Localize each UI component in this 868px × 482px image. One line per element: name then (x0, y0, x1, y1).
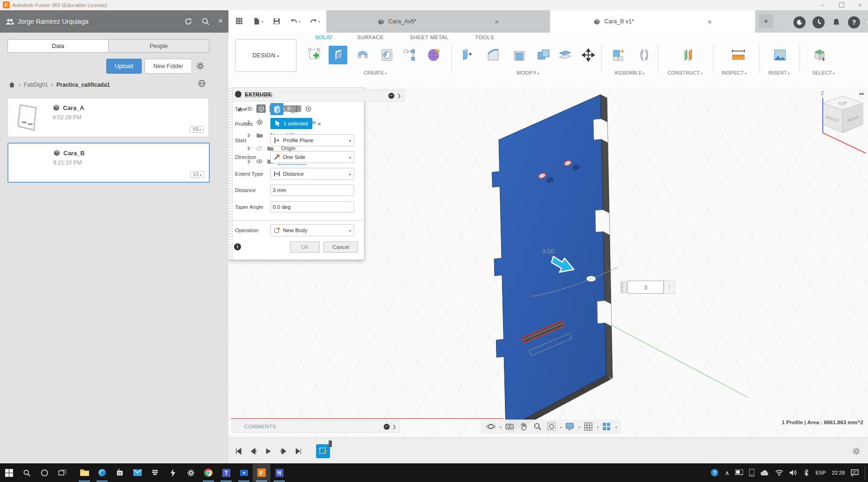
look-at-icon[interactable] (503, 420, 516, 433)
undo-button[interactable] (290, 17, 301, 25)
press-pull-button[interactable] (458, 46, 476, 64)
visibility-off-icon[interactable] (256, 145, 263, 152)
timeline-step-back-icon[interactable] (250, 448, 257, 455)
lightning-app-icon[interactable] (164, 464, 182, 482)
movies-tv-icon[interactable] (235, 464, 253, 482)
activate-target-icon[interactable] (305, 105, 312, 112)
type-extrude-thin-button[interactable] (287, 103, 300, 115)
tray-expand-icon[interactable]: ∧ (725, 469, 730, 476)
construct-group-label[interactable]: CONSTRUCT (668, 70, 703, 76)
expand-arrow-icon[interactable] (246, 132, 252, 138)
select-group-label[interactable]: SELECT (812, 70, 834, 76)
browser-expand-icon[interactable]: ❯ (397, 93, 401, 98)
tray-clock[interactable]: 22:28 (832, 470, 845, 475)
sync-globe-icon[interactable] (198, 79, 206, 88)
breadcrumb-folder[interactable]: FabDig01 (24, 82, 48, 88)
shell-button[interactable] (510, 46, 529, 64)
new-component-button[interactable] (610, 46, 628, 64)
file-name[interactable]: Cara_B (63, 150, 85, 157)
search-icon[interactable] (201, 17, 210, 26)
file-card-cara-a[interactable]: Cara_A 8:02:29 PM V5 (7, 98, 209, 137)
taskbar-search-icon[interactable] (18, 464, 35, 482)
document-tab-cara-a[interactable]: Cara_Av5* (326, 10, 550, 33)
insert-group-label[interactable]: INSERT (768, 70, 790, 76)
assemble-group-label[interactable]: ASSEMBLE (614, 70, 645, 76)
job-status-clock-icon[interactable] (813, 16, 825, 28)
ribbon-tab-solid[interactable]: SOLID (315, 34, 332, 40)
help-icon[interactable]: ? (848, 16, 860, 28)
close-tab-icon[interactable] (708, 18, 712, 26)
dialog-pin-icon[interactable]: ▸▸ (860, 91, 864, 96)
input-options-menu-icon[interactable]: ⋮ (664, 281, 675, 294)
teams-icon[interactable]: T (217, 464, 235, 482)
fillet-button[interactable] (484, 46, 503, 64)
solitaire-heart-icon[interactable] (146, 464, 164, 482)
refresh-icon[interactable] (184, 17, 193, 26)
notifications-bell-icon[interactable] (832, 18, 841, 27)
ruler-icon[interactable] (620, 281, 627, 293)
move-copy-button[interactable] (579, 46, 598, 64)
upload-button[interactable]: Upload (106, 59, 142, 74)
timeline-skip-end-icon[interactable] (295, 448, 302, 455)
close-tab-icon[interactable] (495, 18, 499, 26)
extensions-icon[interactable] (793, 16, 806, 28)
breadcrumb-current[interactable]: Practica_calificada1 (56, 82, 110, 88)
pan-icon[interactable] (517, 420, 530, 433)
timeline-settings-gear-icon[interactable] (852, 447, 861, 455)
new-folder-button[interactable]: New Folder (145, 59, 192, 74)
info-icon[interactable]: i (234, 243, 241, 250)
document-tab-cara-b-active[interactable]: Cara_B v1* (550, 10, 755, 33)
create-group-label[interactable]: CREATE (364, 70, 386, 76)
timeline-play-icon[interactable] (265, 448, 272, 455)
tray-help-icon[interactable]: ? (710, 468, 719, 477)
view-cube[interactable]: TOP FRONT RIGHT Z X (810, 88, 868, 162)
cortana-icon[interactable] (35, 464, 53, 482)
tray-display-icon[interactable] (735, 469, 743, 476)
inspect-group-label[interactable]: INSPECT (722, 70, 746, 76)
data-settings-gear-icon[interactable] (196, 62, 205, 70)
comments-expand-icon[interactable]: ❯ (393, 424, 396, 429)
ok-button[interactable]: OK (290, 241, 320, 253)
pattern-button[interactable] (400, 46, 419, 64)
dialog-header[interactable]: EXTRUDE (235, 91, 272, 97)
modify-group-label[interactable]: MODIFY (517, 70, 539, 76)
distance-value-input[interactable] (627, 281, 664, 294)
display-settings-icon[interactable] (564, 420, 576, 433)
chrome-icon[interactable] (200, 464, 217, 482)
measure-button[interactable] (729, 46, 748, 64)
type-extrude-solid-button[interactable] (270, 103, 283, 115)
close-panel-icon[interactable]: × (218, 16, 223, 26)
cancel-button[interactable]: Cancel (324, 241, 358, 253)
model-viewport[interactable]: 3.00 TOP FRONT RIGHT Z X BROWSER − ❯ (228, 88, 868, 437)
file-name[interactable]: Cara_A (63, 104, 84, 111)
action-center-icon[interactable] (851, 469, 859, 476)
insert-canvas-button[interactable] (771, 46, 789, 64)
comments-bar[interactable]: COMMENTS − ❯ (232, 420, 400, 433)
tray-bluetooth-icon[interactable] (803, 469, 809, 476)
user-bar[interactable]: Jorge Ramirez Urquiaga × (0, 10, 228, 33)
version-badge[interactable]: V1 (190, 171, 204, 178)
file-menu-button[interactable] (253, 17, 263, 25)
visibility-eye-icon[interactable] (256, 158, 263, 165)
home-icon[interactable] (8, 81, 15, 88)
revolve-button[interactable] (353, 46, 372, 64)
dialog-drag-grip[interactable] (228, 88, 233, 259)
minimize-button[interactable]: – (820, 1, 826, 8)
microsoft-store-icon[interactable] (111, 464, 129, 482)
tray-volume-icon[interactable] (789, 469, 797, 476)
timeline-sketch-feature[interactable] (316, 444, 330, 458)
orbit-icon[interactable] (485, 420, 497, 433)
taper-angle-field[interactable] (270, 201, 354, 213)
hole-button[interactable] (378, 46, 396, 64)
extrude-button-active[interactable] (329, 46, 347, 64)
combine-button[interactable] (534, 46, 553, 64)
construct-plane-button[interactable] (679, 46, 697, 64)
app-grid-icon[interactable] (235, 17, 243, 25)
multi-viewport-icon[interactable] (600, 420, 613, 433)
ribbon-tab-surface[interactable]: SURFACE (357, 34, 384, 40)
timeline-marker[interactable] (329, 441, 332, 447)
restore-button[interactable] (838, 1, 845, 8)
browser-options-icon[interactable]: − (388, 93, 394, 99)
start-button[interactable] (0, 464, 18, 482)
timeline-skip-start-icon[interactable] (235, 448, 242, 455)
